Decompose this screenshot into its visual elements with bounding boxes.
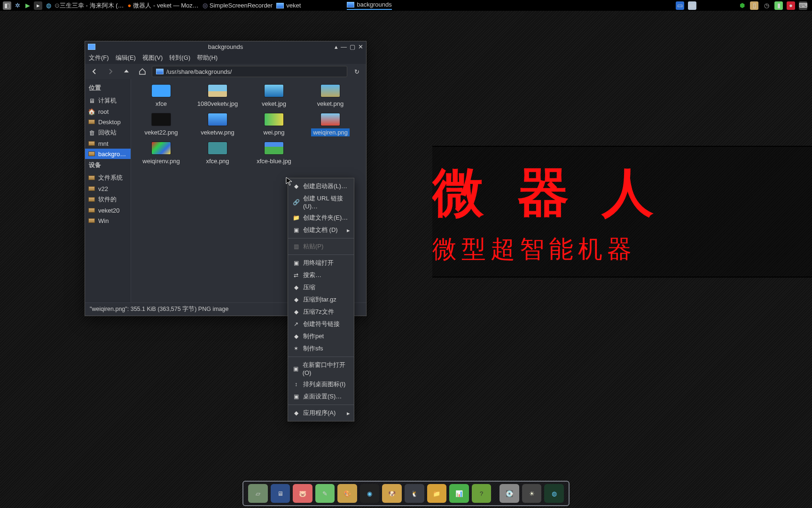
menu-file[interactable]: 文件(F) — [89, 54, 109, 62]
file-veketvw.png[interactable]: veketvw.png — [189, 111, 246, 140]
nav-forward-button[interactable] — [104, 65, 117, 78]
taskbar-separator-circle: ⊙ — [55, 2, 60, 9]
window-maximize-button[interactable]: ▢ — [350, 43, 355, 50]
context-item[interactable]: ◆压缩到tar.gz — [288, 294, 354, 306]
window-close-button[interactable]: ✕ — [358, 43, 363, 50]
folder-icon — [88, 150, 95, 158]
context-item[interactable]: ◆压缩7z文件 — [288, 306, 354, 318]
menu-view[interactable]: 视图(V) — [142, 54, 163, 62]
context-item-icon: ◆ — [293, 309, 299, 315]
sidebar-places-header: 位置 — [85, 82, 131, 95]
context-item[interactable]: ▣在新窗口中打开(O) — [288, 359, 354, 378]
context-item[interactable]: ◆应用程序(A)▸ — [288, 407, 354, 419]
context-item[interactable]: 📁创建文件夹(E)… — [288, 212, 354, 224]
context-item[interactable]: ◆制作pet — [288, 330, 354, 342]
window-titlebar[interactable]: backgrounds ▴ — ▢ ✕ — [85, 41, 366, 52]
path-input[interactable]: /usr/share/backgrounds/ — [152, 66, 347, 77]
sidebar-item-mnt[interactable]: mnt — [85, 138, 131, 149]
context-item-label: 制作sfs — [303, 344, 323, 353]
file-xfce[interactable]: xfce — [133, 83, 189, 111]
tray-clipboard-icon[interactable]: ▯ — [750, 1, 758, 10]
nav-back-button[interactable] — [88, 65, 101, 78]
dock-item-puppy[interactable]: 🐶 — [382, 484, 402, 503]
menu-edit[interactable]: 编辑(E) — [116, 54, 136, 62]
path-text: /usr/share/backgrounds/ — [166, 68, 232, 75]
dock-item-pig[interactable]: 🐷 — [293, 484, 312, 503]
folder-icon: 🖥 — [88, 97, 95, 104]
tray-record-icon[interactable]: ● — [787, 1, 795, 10]
dock-item-tux[interactable]: 🐧 — [405, 484, 424, 503]
context-item[interactable]: ▣用终端打开 — [288, 257, 354, 269]
context-item[interactable]: ↗创建符号链接 — [288, 318, 354, 330]
context-item[interactable]: ✶制作sfs — [288, 342, 354, 355]
sidebar-item-root[interactable]: 🏠root — [85, 106, 131, 117]
file-xfce.png[interactable]: xfce.png — [189, 140, 246, 169]
file-1080veketv.jpg[interactable]: 1080veketv.jpg — [189, 83, 246, 111]
image-thumbnail — [265, 85, 283, 97]
menu-help[interactable]: 帮助(H) — [197, 54, 218, 62]
tray-battery-icon[interactable]: ▮ — [774, 1, 783, 10]
sidebar-item-计算机[interactable]: 🖥计算机 — [85, 95, 131, 106]
file-weiqirenv.png[interactable]: weiqirenv.png — [133, 140, 189, 169]
window-keep-above-button[interactable]: ▴ — [335, 43, 338, 50]
context-item[interactable]: ▣桌面设置(S)… — [288, 390, 354, 403]
dock-item-record[interactable]: ◉ — [360, 484, 380, 503]
taskbar-app-music[interactable]: 三生三幸 - 海来阿木 (… — [60, 1, 124, 10]
file-veket.png[interactable]: veket.png — [302, 83, 359, 111]
tray-shield-icon[interactable]: ⬢ — [738, 1, 746, 10]
dock-item-help[interactable]: ? — [472, 484, 492, 503]
file-wei.png[interactable]: wei.png — [246, 111, 302, 140]
taskbar-app-veket[interactable]: veket — [276, 2, 301, 9]
context-item[interactable]: ⇄搜索… — [288, 269, 354, 281]
context-item[interactable]: ◆压缩 — [288, 281, 354, 294]
sidebar-device-veket20[interactable]: veket20 — [85, 205, 131, 215]
context-item[interactable]: 🔗创建 URL 链接(U)… — [288, 192, 354, 212]
taskbar-app-recorder[interactable]: ◎SimpleScreenRecorder — [203, 2, 273, 9]
dock-item-files[interactable]: 📁 — [427, 484, 447, 503]
apps-icon[interactable]: ✲ — [13, 1, 22, 10]
drive-icon — [88, 217, 95, 224]
status-text: "weiqiren.png": 355.1 KiB (363,575 字节) P… — [90, 305, 228, 313]
dock-item-display[interactable]: 🖥 — [271, 484, 290, 503]
menu-go[interactable]: 转到(G) — [169, 54, 190, 62]
refresh-button[interactable]: ↻ — [350, 65, 363, 78]
dock-item-brightness[interactable]: ☀ — [522, 484, 542, 503]
file-veket.jpg[interactable]: veket.jpg — [246, 83, 302, 111]
globe-icon[interactable]: ◍ — [44, 1, 53, 10]
play-icon[interactable]: ▶ — [23, 1, 32, 10]
drive-icon — [88, 174, 95, 182]
dock-item-paint[interactable]: 🎨 — [337, 484, 357, 503]
file-veket22.png[interactable]: veket22.png — [133, 111, 189, 140]
taskbar-app-browser[interactable]: ●微器人 - veket — Moz… — [128, 1, 199, 10]
dock-item-disk[interactable]: 💽 — [500, 484, 519, 503]
dock-item-chart[interactable]: 📊 — [449, 484, 469, 503]
tray-monitor-icon[interactable]: ▭ — [676, 1, 684, 10]
window-minimize-button[interactable]: — — [341, 43, 347, 50]
sidebar-item-回收站[interactable]: 🗑回收站 — [85, 127, 131, 138]
taskbar-app-backgrounds[interactable]: backgrounds — [347, 1, 391, 10]
context-separator — [288, 405, 354, 405]
sidebar-item-backgro…[interactable]: backgro… — [85, 149, 131, 159]
file-weiqiren.png[interactable]: weiqiren.png — [302, 111, 359, 140]
dock-item-draw[interactable]: ✎ — [315, 484, 335, 503]
tray-window-icon[interactable]: ▭ — [688, 1, 696, 10]
sidebar-device-Win[interactable]: Win — [85, 215, 131, 226]
nav-home-button[interactable] — [136, 65, 149, 78]
context-item-label: 粘贴(P) — [303, 242, 323, 251]
sidebar-device-v22[interactable]: v22 — [85, 183, 131, 194]
dock-item-globe[interactable]: ◍ — [544, 484, 564, 503]
file-xfce-blue.jpg[interactable]: xfce-blue.jpg — [246, 140, 302, 169]
sidebar-device-软件的[interactable]: 软件的 — [85, 194, 131, 205]
context-item[interactable]: ◆创建启动器(L)… — [288, 180, 354, 192]
tray-keyboard-icon[interactable]: ⌨ — [799, 1, 807, 10]
system-menu-icon[interactable]: ◧ — [3, 1, 11, 10]
sidebar-item-Desktop[interactable]: Desktop — [85, 117, 131, 127]
context-item[interactable]: ↕排列桌面图标(I) — [288, 378, 354, 390]
context-item-icon: ◆ — [293, 183, 299, 190]
tray-clock-icon[interactable]: ◷ — [762, 1, 771, 10]
sidebar-device-文件系统[interactable]: 文件系统 — [85, 172, 131, 183]
nav-up-button[interactable] — [120, 65, 133, 78]
context-item[interactable]: ▣创建文档 (D)▸ — [288, 224, 354, 236]
dock-item-terminal[interactable]: ▱ — [248, 484, 268, 503]
terminal-shortcut-icon[interactable]: ▸ — [34, 1, 42, 10]
